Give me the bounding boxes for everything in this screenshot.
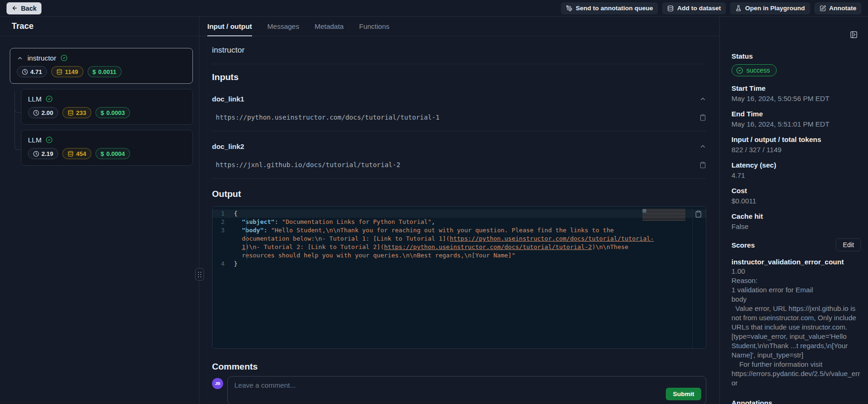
code-line: 3 "body": "Hello Student,\n\nThank you f… xyxy=(212,226,706,260)
code-token: { xyxy=(234,210,238,217)
cost-value: 0.0011 xyxy=(98,68,116,75)
submit-comment-button[interactable]: Submit xyxy=(666,388,701,400)
field-name: doc_link2 xyxy=(212,142,244,150)
add-to-dataset-label: Add to dataset xyxy=(677,5,721,12)
detail-field: Latency (sec) 4.71 xyxy=(731,161,861,180)
copy-output-button[interactable] xyxy=(695,210,702,218)
pen-tool-icon xyxy=(566,5,573,12)
detail-tabs: Input / output Messages Metadata Functio… xyxy=(199,17,719,36)
input-field-doc-link1: doc_link1 xyxy=(212,95,706,103)
cost-badge: $ 0.0011 xyxy=(88,66,122,77)
clipboard-icon xyxy=(695,210,702,218)
code-token: , xyxy=(431,218,435,225)
clock-icon xyxy=(33,151,39,157)
copy-value-button[interactable] xyxy=(699,162,706,168)
annotations-heading: Annotations xyxy=(731,399,861,404)
collapse-panel-button[interactable] xyxy=(850,31,858,39)
score-value: 1.00 xyxy=(731,267,861,276)
check-circle-icon xyxy=(46,95,53,102)
tree-node-llm-1[interactable]: LLM 2.00 233 xyxy=(21,89,193,125)
code-line: 2 "subject": "Documentation Links for Py… xyxy=(212,218,706,226)
tree-node-llm-2[interactable]: LLM 2.19 454 xyxy=(21,130,193,166)
send-to-annotation-queue-button[interactable]: Send to annotation queue xyxy=(561,2,658,14)
top-bar: Back Send to annotation queue Add to dat… xyxy=(0,0,868,17)
field-value: May 16, 2024, 5:51:01 PM EDT xyxy=(731,120,861,128)
divider xyxy=(212,64,706,64)
code-line: 1 { xyxy=(212,209,706,218)
field-label: Latency (sec) xyxy=(731,161,861,169)
score-reason-line: Value error, URL https://jxnl.github.io … xyxy=(731,304,861,360)
flask-icon xyxy=(735,5,742,12)
collapse-field-button[interactable] xyxy=(699,143,706,150)
clipboard-icon xyxy=(699,162,706,168)
field-value: May 16, 2024, 5:50:56 PM EDT xyxy=(731,94,861,103)
code-token: : xyxy=(274,218,282,225)
copy-value-button[interactable] xyxy=(699,114,706,121)
database-icon xyxy=(68,110,74,116)
field-value-row: https://jxnl.github.io/docs/tutorial/tut… xyxy=(212,161,706,168)
code-token: )\n- Tutorial 2: [Link to Tutorial 2]( xyxy=(246,243,384,250)
comment-input[interactable] xyxy=(228,377,706,404)
edit-square-icon xyxy=(820,5,826,12)
score-reason-line: body xyxy=(731,295,861,304)
status-value: success xyxy=(746,67,770,74)
tokens-value: 233 xyxy=(76,109,86,116)
add-to-dataset-button[interactable]: Add to dataset xyxy=(662,2,726,14)
tab-input-output[interactable]: Input / output xyxy=(207,17,252,36)
status-badge: success xyxy=(731,64,777,76)
code-link-token: https://python.useinstructor.com/docs/tu… xyxy=(384,243,592,250)
node-name: LLM xyxy=(28,95,41,103)
latency-badge: 2.00 xyxy=(28,107,58,118)
database-icon xyxy=(56,69,62,75)
latency-badge: 2.19 xyxy=(28,148,58,159)
output-code-editor[interactable]: 1 { 2 "subject": "Documentation Links fo… xyxy=(212,206,706,349)
trace-tree: instructor 4.71 1149 xyxy=(0,48,199,166)
tree-connector xyxy=(14,92,21,150)
chevron-up-icon[interactable] xyxy=(17,55,23,61)
tree-node-instructor[interactable]: instructor 4.71 1149 xyxy=(10,48,193,84)
tab-messages[interactable]: Messages xyxy=(267,17,299,36)
cost-badge: $ 0.0004 xyxy=(96,148,130,159)
latency-value: 4.71 xyxy=(30,68,42,75)
details-panel: Status success Start Time May 16, 2024, … xyxy=(720,17,868,404)
input-field-doc-link2: doc_link2 xyxy=(212,142,706,150)
line-number: 2 xyxy=(212,218,234,226)
dollar-icon: $ xyxy=(93,68,96,75)
cost-badge: $ 0.0003 xyxy=(96,107,130,118)
open-in-playground-button[interactable]: Open in Playground xyxy=(730,2,810,14)
output-heading: Output xyxy=(212,189,706,199)
panel-resize-handle[interactable] xyxy=(195,268,204,281)
inputs-heading: Inputs xyxy=(212,72,706,82)
field-label: Input / output / total tokens xyxy=(731,135,861,143)
code-token: : xyxy=(264,227,271,234)
score-name: instructor_validation_error_count xyxy=(731,257,861,267)
tokens-badge: 454 xyxy=(62,148,91,159)
indent-guide xyxy=(246,218,247,260)
trace-name-heading: instructor xyxy=(212,46,706,55)
field-value: 4.71 xyxy=(731,171,861,180)
avatar: JB xyxy=(212,378,223,389)
send-to-annotation-queue-label: Send to annotation queue xyxy=(576,5,653,12)
collapse-field-button[interactable] xyxy=(699,95,706,102)
main-panel: Input / output Messages Metadata Functio… xyxy=(199,17,720,404)
field-value: $0.0011 xyxy=(731,197,861,205)
scores-header: Scores Edit xyxy=(731,238,861,251)
annotate-label: Annotate xyxy=(829,5,857,12)
score-reason-line: Reason: xyxy=(731,276,861,285)
line-number: 4 xyxy=(212,260,234,268)
check-circle-icon xyxy=(61,54,68,61)
tokens-value: 454 xyxy=(76,150,86,157)
tab-metadata[interactable]: Metadata xyxy=(314,17,344,36)
back-label: Back xyxy=(21,5,36,12)
trace-detail-page: Back Send to annotation queue Add to dat… xyxy=(0,0,868,404)
arrow-left-icon xyxy=(12,5,18,11)
database-icon xyxy=(667,5,674,12)
back-button[interactable]: Back xyxy=(7,2,41,14)
edit-scores-button[interactable]: Edit xyxy=(836,238,861,251)
field-value: 822 / 327 / 1149 xyxy=(731,146,861,154)
detail-field: Input / output / total tokens 822 / 327 … xyxy=(731,135,861,154)
annotate-button[interactable]: Annotate xyxy=(814,2,862,14)
clipboard-icon xyxy=(699,114,706,121)
latency-value: 2.00 xyxy=(41,109,53,116)
tab-functions[interactable]: Functions xyxy=(359,17,390,36)
